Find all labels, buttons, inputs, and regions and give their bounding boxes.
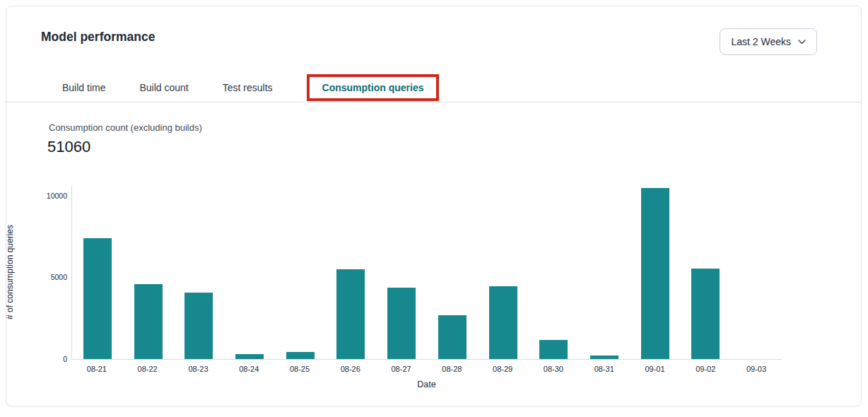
bar-08-29 [489, 286, 517, 359]
bar-08-24 [235, 354, 264, 359]
bar-slot [224, 186, 275, 359]
x-tick-label: 08-25 [274, 365, 325, 373]
model-performance-card: Model performance Last 2 Weeks Build tim… [6, 6, 862, 406]
x-tick-label: 08-22 [122, 365, 173, 373]
bar-08-25 [286, 352, 315, 359]
x-tick-label: 09-03 [731, 365, 782, 373]
tab-build-time[interactable]: Build time [62, 82, 105, 93]
bar-slot [72, 186, 123, 359]
metric-label: Consumption count (excluding builds) [49, 122, 202, 133]
bar-slot [731, 186, 782, 359]
page-title: Model performance [41, 30, 155, 45]
bar-slot [123, 186, 174, 359]
bar-08-28 [438, 315, 467, 359]
time-range-dropdown[interactable]: Last 2 Weeks [720, 28, 817, 55]
bar-slot [630, 186, 681, 359]
y-axis-tick-label: 0 [25, 355, 67, 363]
bar-08-27 [387, 288, 416, 359]
bar-slot [579, 186, 630, 359]
x-tick-label: 08-31 [579, 365, 630, 373]
bar-08-30 [539, 340, 568, 359]
x-tick-label: 09-02 [680, 365, 731, 373]
bar-09-02 [691, 269, 720, 359]
bar-slot [528, 186, 579, 359]
bar-slot [275, 186, 326, 359]
bar-08-21 [83, 238, 112, 359]
y-axis-tick-label: 10000 [25, 192, 67, 200]
tab-build-count[interactable]: Build count [139, 82, 188, 93]
x-tick-label: 08-29 [477, 365, 528, 373]
bar-slot [427, 186, 478, 359]
bar-slot [681, 186, 732, 359]
x-axis-title: Date [71, 380, 782, 389]
bar-slot [376, 186, 427, 359]
x-tick-label: 08-26 [325, 365, 376, 373]
plot-area: 0500010000 [71, 186, 782, 360]
tab-bar: Build time Build count Test results Cons… [6, 74, 861, 102]
bar-08-31 [590, 356, 618, 359]
tab-consumption-queries[interactable]: Consumption queries [307, 74, 440, 101]
time-range-value: Last 2 Weeks [731, 36, 791, 47]
bar-slot [478, 186, 529, 359]
bar-08-23 [184, 293, 213, 359]
metric-value: 51060 [47, 138, 90, 156]
bar-08-26 [336, 269, 365, 359]
x-axis-tick-labels: 08-2108-2208-2308-2408-2508-2608-2708-28… [71, 365, 782, 373]
bar-slot [173, 186, 224, 359]
x-tick-label: 08-28 [426, 365, 477, 373]
x-tick-label: 08-21 [71, 365, 122, 373]
x-tick-label: 09-01 [630, 365, 681, 373]
tab-test-results[interactable]: Test results [223, 82, 273, 93]
y-axis-title: # of consumption queries [5, 166, 15, 378]
x-tick-label: 08-27 [376, 365, 427, 373]
x-tick-label: 08-30 [528, 365, 579, 373]
x-tick-label: 08-24 [223, 365, 274, 373]
chevron-down-icon [798, 40, 806, 45]
bar-08-22 [134, 284, 163, 359]
x-tick-label: 08-23 [173, 365, 224, 373]
y-axis-tick-label: 5000 [25, 273, 67, 281]
bar-slot [326, 186, 377, 359]
bar-09-01 [641, 188, 669, 359]
